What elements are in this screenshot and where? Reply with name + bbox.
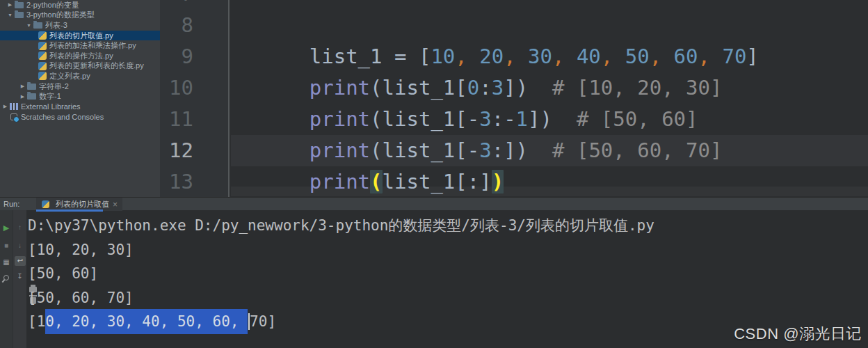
folder-icon bbox=[33, 22, 42, 29]
tree-item-label: Scratches and Consoles bbox=[21, 113, 104, 121]
rerun-button[interactable]: ▶ bbox=[0, 223, 13, 232]
console-text: [1 bbox=[28, 313, 45, 330]
folder-icon bbox=[15, 12, 24, 18]
up-stack-trace-button[interactable]: ↑ bbox=[13, 223, 26, 232]
run-toolbar-console: ↑ ↓ ↩ ↧ bbox=[13, 210, 26, 348]
python-file-icon bbox=[38, 42, 47, 50]
console-line-output: [50, 60] bbox=[28, 263, 98, 284]
tree-item-folder-string-2[interactable]: ▶ 字符串-2 bbox=[0, 81, 160, 92]
tree-item-label: 列表的切片取值.py bbox=[49, 31, 113, 41]
chevron-down-icon[interactable]: ▼ bbox=[25, 23, 33, 28]
folder-icon bbox=[15, 2, 24, 8]
console-line-output-selected: [10, 20, 30, 40, 50, 60, 70] bbox=[28, 311, 276, 332]
run-toolbar-left: ▶ ■ ▦ bbox=[0, 210, 13, 348]
console-line-output: [50, 60, 70] bbox=[28, 287, 134, 308]
tree-item-label: 列表的操作方法.py bbox=[49, 51, 113, 61]
tree-item-label: External Libraries bbox=[21, 102, 81, 111]
code-token: ] bbox=[746, 45, 758, 68]
editor-gutter[interactable]: 7 8 9 10 11 12 13 bbox=[160, 0, 230, 197]
console-line-output: [10, 20, 30] bbox=[28, 239, 134, 260]
tree-item-file-methods[interactable]: 列表的操作方法.py bbox=[0, 51, 160, 61]
line-number: 13 bbox=[169, 166, 193, 197]
scroll-to-end-button[interactable]: ↧ bbox=[13, 271, 26, 281]
tree-item-file-define-list[interactable]: 定义列表.py bbox=[0, 71, 160, 81]
selected-text: 0, 20, 30, 40, 50, 60, bbox=[45, 309, 248, 334]
code-token: print bbox=[310, 170, 370, 193]
tree-item-label: 2-python的变量 bbox=[26, 0, 79, 10]
code-token: list_1[:] bbox=[383, 170, 492, 193]
tree-item-label: 定义列表.py bbox=[49, 71, 90, 81]
code-comment: # [50, 60, 70] bbox=[528, 139, 722, 162]
project-tree-panel: ▶ 2-python的变量 ▼ 3-python的数据类型 ▼ 列表-3 列表的… bbox=[0, 0, 160, 197]
close-icon[interactable]: × bbox=[113, 200, 118, 209]
python-file-icon bbox=[38, 52, 47, 60]
tree-item-file-add-multiply[interactable]: 列表的加法和乘法操作.py bbox=[0, 40, 160, 51]
stop-button[interactable]: ■ bbox=[0, 241, 13, 251]
chevron-right-icon[interactable]: ▶ bbox=[1, 104, 9, 109]
chevron-right-icon[interactable]: ▶ bbox=[19, 94, 26, 100]
down-stack-trace-button[interactable]: ↓ bbox=[13, 241, 26, 251]
libraries-icon bbox=[10, 103, 18, 110]
matched-paren-close: ) bbox=[492, 170, 504, 193]
line-number: 9 bbox=[182, 41, 193, 72]
tree-item-label: 数字-1 bbox=[39, 91, 61, 102]
code-token: 70 bbox=[722, 45, 746, 68]
csdn-watermark: CSDN @溺光日记 bbox=[734, 324, 862, 345]
soft-wrap-button[interactable]: ↩ bbox=[15, 256, 26, 266]
scratches-icon bbox=[10, 113, 17, 120]
run-tab-title: 列表的切片取值 bbox=[56, 199, 109, 209]
restore-layout-button[interactable]: ▦ bbox=[0, 258, 13, 267]
matched-paren-open: ( bbox=[370, 170, 382, 193]
python-file-icon bbox=[38, 72, 47, 80]
line-number: 8 bbox=[182, 10, 193, 41]
tree-item-external-libraries[interactable]: ▶ External Libraries bbox=[0, 102, 160, 112]
tree-item-label: 字符串-2 bbox=[39, 81, 69, 92]
tree-item-scratches-consoles[interactable]: Scratches and Consoles bbox=[0, 112, 160, 122]
line-number: 11 bbox=[169, 104, 193, 135]
line-number: 7 bbox=[182, 0, 193, 10]
tree-item-folder-3-python-datatypes[interactable]: ▼ 3-python的数据类型 bbox=[0, 10, 160, 21]
run-panel-header: Run: 列表的切片取值 × bbox=[0, 197, 868, 210]
console-line-command: D:\py37\python.exe D:/py_newwork/3-pytho… bbox=[28, 215, 654, 236]
chevron-down-icon[interactable]: ▼ bbox=[6, 13, 14, 17]
pin-tab-button[interactable] bbox=[3, 275, 9, 281]
tree-item-folder-2-python-variables[interactable]: ▶ 2-python的变量 bbox=[0, 0, 160, 10]
folder-icon bbox=[27, 93, 36, 100]
python-file-icon bbox=[38, 62, 47, 70]
code-editor[interactable]: 7 8 9 10 11 12 13 list_1 = [10, 20, 30, … bbox=[160, 0, 868, 197]
tree-item-file-slice-selected[interactable]: 列表的切片取值.py bbox=[0, 31, 160, 41]
tree-item-file-update-length[interactable]: 列表的更新和列表的长度.py bbox=[0, 61, 160, 72]
python-file-icon bbox=[42, 200, 49, 208]
tree-item-folder-number-1[interactable]: ▶ 数字-1 bbox=[0, 91, 160, 102]
tree-item-label: 列表的更新和列表的长度.py bbox=[49, 61, 144, 71]
tree-item-label: 3-python的数据类型 bbox=[26, 10, 95, 20]
python-file-icon bbox=[38, 31, 47, 40]
pycharm-window: ▶ 2-python的变量 ▼ 3-python的数据类型 ▼ 列表-3 列表的… bbox=[0, 0, 868, 348]
chevron-right-icon[interactable]: ▶ bbox=[6, 2, 14, 8]
tree-item-label: 列表的加法和乘法操作.py bbox=[49, 40, 136, 51]
run-label: Run: bbox=[3, 200, 19, 208]
line-number: 10 bbox=[169, 72, 193, 104]
tree-item-folder-list-3[interactable]: ▼ 列表-3 bbox=[0, 20, 160, 31]
console-text: 70] bbox=[250, 313, 276, 330]
tree-item-label: 列表-3 bbox=[45, 20, 67, 31]
line-number-current: 12 bbox=[169, 135, 193, 166]
chevron-right-icon[interactable]: ▶ bbox=[19, 84, 26, 89]
code-line-12-current: print(list_1[:]) bbox=[236, 135, 504, 197]
folder-icon bbox=[27, 84, 36, 90]
